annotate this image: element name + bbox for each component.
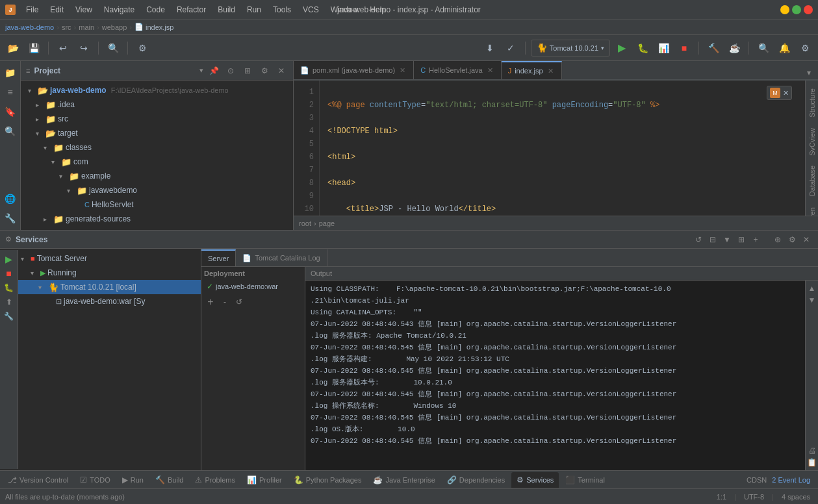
services-settings-btn[interactable]: ⚙ [786,233,799,246]
menu-vcs[interactable]: VCS [300,4,322,16]
services-filter-btn[interactable]: ▼ [721,233,734,246]
bottom-tab-run[interactable]: ▶ Run [117,472,149,488]
tree-item-generated-sources[interactable]: ▸ 📁 generated-sources [21,212,293,226]
run-with-coverage-button[interactable]: 📊 [654,39,672,57]
save-button[interactable]: 💾 [25,39,43,57]
bookmarks-sidebar-btn[interactable]: 🔖 [1,103,19,121]
vcs-commit-button[interactable]: ✓ [502,39,520,57]
menu-edit[interactable]: Edit [47,4,66,16]
status-indent[interactable]: 4 spaces [779,493,813,501]
refresh-button[interactable]: ▶ [613,39,631,57]
tree-item-com[interactable]: ▾ 📁 com [21,155,293,169]
tree-item-classes[interactable]: ▾ 📁 classes [21,140,293,155]
scroll-up-btn[interactable]: ▲ [807,283,817,294]
stop-button[interactable]: ■ [675,39,693,57]
structure-sidebar-label[interactable]: Structure [807,83,817,123]
deployment-item[interactable]: ✓ java-web-demo:war [204,280,302,293]
tab-index-jsp[interactable]: J index.jsp ✕ [502,61,562,79]
services-war-deploy[interactable]: ▸ ⊡ java-web-demo:war [Sy [18,294,201,309]
menu-code[interactable]: Code [144,4,168,16]
undo-button[interactable]: ↩ [54,39,72,57]
tab-helloservlet-close[interactable]: ✕ [486,66,494,75]
menu-build[interactable]: Build [215,4,238,16]
services-running-group[interactable]: ▾ ▶ Running [18,266,201,280]
database-sidebar-label[interactable]: Database [807,160,817,201]
menu-navigate[interactable]: Navigate [101,4,137,16]
services-close-btn[interactable]: ✕ [800,233,813,246]
search-everywhere-button[interactable]: 🔍 [754,39,773,57]
services-tomcat-server[interactable]: ▾ ■ Tomcat Server [18,251,201,266]
redo-button[interactable]: ↪ [75,39,93,57]
services-tomcat-local[interactable]: ▾ 🐈 Tomcat 10.0.21 [local] [18,280,201,294]
sdk-button[interactable]: ☕ [725,39,743,57]
services-group-btn[interactable]: ⊞ [735,233,748,246]
bottom-tab-dependencies[interactable]: 🔗 Dependencies [442,472,510,488]
menu-tools[interactable]: Tools [270,4,294,16]
tree-item-javawebdemo[interactable]: ▾ 📁 javawebdemo [21,183,293,197]
bottom-tab-build[interactable]: 🔨 Build [150,472,188,488]
services-add-btn[interactable]: + [749,233,762,246]
project-scroll-btn[interactable]: ⊙ [224,64,237,77]
tree-item-helloservlet[interactable]: ▸ C HelloServlet [21,197,293,212]
tree-item-src[interactable]: ▸ 📁 src [21,112,293,126]
notifications-button[interactable]: 🔔 [775,39,793,57]
scview-sidebar-label[interactable]: SvCview [807,123,817,161]
tree-item-target[interactable]: ▾ 📂 target [21,126,293,140]
project-expand-all-btn[interactable]: ⊞ [241,64,254,77]
scroll-down-btn[interactable]: ▼ [807,295,817,305]
vcs-update-button[interactable]: ⬇ [481,39,499,57]
code-content[interactable]: <%@ page contentType="text/html; charset… [320,81,805,216]
build-project-button[interactable]: 🔨 [704,39,722,57]
svc-run-btn[interactable]: ▶ [3,253,16,266]
output-panel[interactable]: Using CLASSPATH: F:\apache-tomcat-10.0.2… [305,281,805,470]
svc-deploy-btn[interactable]: ⬆ [3,296,16,309]
tab-server[interactable]: Server [201,249,236,266]
status-encoding[interactable]: UTF-8 [741,493,767,501]
deploy-add-btn[interactable]: + [204,296,217,309]
services-refresh-btn[interactable]: ↺ [692,233,705,246]
debug-button[interactable]: 🐛 [633,39,652,57]
tab-pom-close[interactable]: ✕ [398,66,407,75]
deploy-remove-btn[interactable]: - [218,296,231,309]
structure-sidebar-btn[interactable]: ≡ [1,83,19,101]
menu-run[interactable]: Run [244,4,264,16]
bottom-tab-terminal[interactable]: ⬛ Terminal [560,472,610,488]
menu-refactor[interactable]: Refactor [174,4,209,16]
settings-button[interactable]: ⚙ [133,39,151,57]
widget-close[interactable]: ✕ [783,89,789,97]
web-sidebar-btn[interactable]: 🌐 [1,190,19,208]
tab-recent-btn[interactable]: ▾ [802,66,815,79]
scroll-copy-btn[interactable]: 📋 [807,457,817,468]
services-add-config-btn[interactable]: ⊕ [771,233,784,246]
project-title-arrow[interactable]: ▾ [199,66,203,75]
tab-index-close[interactable]: ✕ [546,66,555,76]
maven-sidebar-label[interactable]: Maven [807,202,817,216]
svc-debug-btn[interactable]: 🐛 [3,281,16,294]
tab-helloservlet[interactable]: C HelloServlet.java ✕ [414,61,502,79]
scroll-print-btn[interactable]: 🖨 [807,446,817,456]
project-close-btn[interactable]: ✕ [275,64,288,77]
bc-webapp[interactable]: webapp [102,23,127,31]
bottom-tab-todo[interactable]: ☑ TODO [75,472,116,488]
bottom-tab-services[interactable]: ⚙ Services [511,472,559,488]
tab-catalina-log[interactable]: 📄 Tomcat Catalina Log [236,249,327,266]
project-pin-btn[interactable]: 📌 [207,64,220,77]
svc-stop-btn[interactable]: ■ [3,267,16,280]
tree-root[interactable]: ▾ 📂 java-web-demo F:\IDEA\IdeaProjects\j… [21,83,293,97]
bottom-tab-problems[interactable]: ⚠ Problems [190,472,240,488]
ide-settings-button[interactable]: ⚙ [796,39,814,57]
code-editor[interactable]: 1 2 3 4 5 6 7 8 9 10 11 <%@ page content… [294,81,805,216]
status-position[interactable]: 1:1 [714,493,729,501]
bottom-tab-java-enterprise[interactable]: ☕ Java Enterprise [368,472,440,488]
open-folder-button[interactable]: 📂 [4,39,22,57]
bc-src[interactable]: src [62,23,71,31]
services-collapse-btn[interactable]: ⊟ [706,233,719,246]
bottom-tab-profiler[interactable]: 📊 Profiler [242,472,287,488]
menu-file[interactable]: File [23,4,41,16]
deploy-refresh-btn[interactable]: ↺ [233,296,246,309]
maximize-button[interactable] [792,5,801,14]
tree-item-idea[interactable]: ▸ 📁 .idea [21,97,293,112]
minimize-button[interactable] [780,5,789,14]
project-settings-btn[interactable]: ⚙ [258,64,271,77]
project-sidebar-btn[interactable]: 📁 [1,64,19,82]
